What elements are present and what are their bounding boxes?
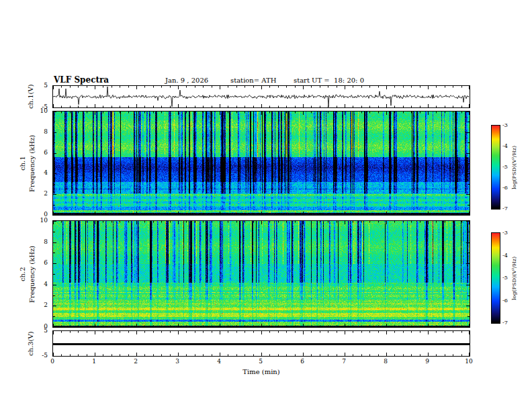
ch1-spectrogram-canvas xyxy=(53,111,470,215)
tick-label: -4 xyxy=(502,143,508,149)
tick-label: -3 xyxy=(502,230,508,236)
tick-label: -5 xyxy=(37,352,48,359)
tick-label: 2 xyxy=(130,358,141,365)
tick-label: -4 xyxy=(502,253,508,259)
colorbar-ch2 xyxy=(491,232,500,324)
ch3-wave-ytick-labels: 5-5 xyxy=(37,330,49,357)
tick-label: 10 xyxy=(37,107,48,114)
tick-label: 1 xyxy=(89,358,99,365)
ch1-wave-ylabel: ch.1(V) xyxy=(27,79,34,114)
ch1-spectrogram-panel xyxy=(52,111,470,216)
plot-title: VLF Spectra xyxy=(54,75,109,85)
tick-label: 5 xyxy=(255,358,266,365)
spec2-ytick-labels: 0246810 xyxy=(37,220,49,328)
tick-label: -6 xyxy=(502,185,508,191)
tick-label: 8 xyxy=(380,358,391,365)
tick-label: 3 xyxy=(172,358,183,365)
tick-label: 10 xyxy=(37,217,48,224)
ch3-waveform-canvas xyxy=(53,331,470,356)
colorbar-ch2-canvas xyxy=(492,233,500,323)
ch2-spectrogram-canvas xyxy=(53,221,470,327)
date-label: Jan. 9 , 2026 xyxy=(165,77,208,84)
ch3-wave-ylabel: ch.3(V) xyxy=(27,325,34,362)
tick-label: 6 xyxy=(37,149,48,156)
colorbar-ch1 xyxy=(491,125,500,210)
colorbar-ch1-canvas xyxy=(492,126,500,209)
tick-label: 5 xyxy=(37,327,48,334)
ch1-wave-ytick-labels: 5-5 xyxy=(37,85,49,108)
tick-label: 2 xyxy=(37,302,48,308)
tick-label: 8 xyxy=(37,238,48,245)
start-ut-label: start UT = 18: 20: 0 xyxy=(294,77,364,84)
spec1-channel-label: ch.1 xyxy=(19,111,26,216)
tick-label: -5 xyxy=(502,275,508,281)
x-axis-label: Time (min) xyxy=(52,368,470,375)
tick-label: 10 xyxy=(463,358,474,365)
tick-label: 7 xyxy=(339,358,349,365)
tick-label: 6 xyxy=(37,259,48,266)
tick-label: 4 xyxy=(37,281,48,287)
tick-label: 4 xyxy=(214,358,224,365)
tick-label: 0 xyxy=(47,358,58,365)
ch3-waveform-panel xyxy=(52,330,470,357)
ch1-waveform-panel xyxy=(52,85,470,108)
tick-label: 4 xyxy=(37,169,48,176)
tick-label: 2 xyxy=(37,190,48,197)
tick-label: -3 xyxy=(502,122,508,128)
tick-label: -5 xyxy=(502,164,508,170)
ch2-spectrogram-panel xyxy=(52,220,470,328)
tick-label: 5 xyxy=(37,82,48,89)
vlf-spectra-figure: VLF Spectra Jan. 9 , 2026 station= ATH s… xyxy=(0,0,532,411)
colorbar-ch2-tick-labels: -3-4-5-6-7 xyxy=(502,232,513,324)
spec2-channel-label: ch.2 xyxy=(19,220,26,328)
station-label: station= ATH xyxy=(230,77,276,84)
tick-label: -6 xyxy=(502,298,508,304)
spec1-ytick-labels: 0246810 xyxy=(37,111,49,216)
tick-label: -7 xyxy=(502,205,508,212)
tick-label: 6 xyxy=(297,358,308,365)
spec2-ylabel: Frequency (kHz) xyxy=(28,220,36,328)
colorbar-ch1-tick-labels: -3-4-5-6-7 xyxy=(502,125,513,210)
tick-label: 8 xyxy=(37,128,48,135)
x-tick-labels: 012345678910 xyxy=(52,358,470,366)
ch1-waveform-canvas xyxy=(53,86,470,107)
tick-label: 9 xyxy=(422,358,433,365)
spec1-ylabel: Frequency (kHz) xyxy=(28,111,36,216)
tick-label: -7 xyxy=(502,320,508,326)
